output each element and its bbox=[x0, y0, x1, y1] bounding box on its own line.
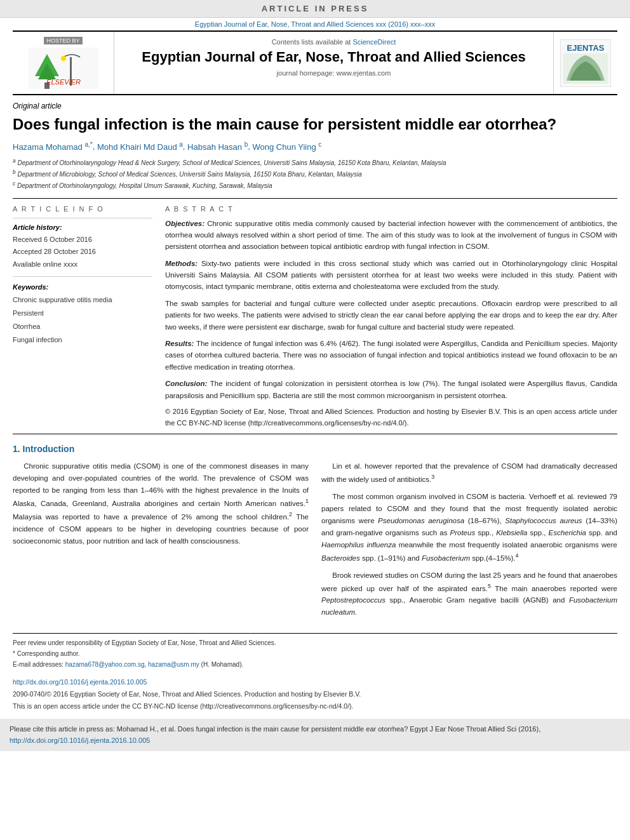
article-info-heading: A R T I C L E I N F O bbox=[13, 205, 152, 213]
svg-point-5 bbox=[61, 56, 66, 61]
issn-line: 2090-0740/© 2016 Egyptian Society of Ear… bbox=[13, 688, 617, 700]
conclusion-label: Conclusion: bbox=[165, 380, 207, 387]
citation-bar: Please cite this article in press as: Mo… bbox=[0, 719, 630, 751]
accepted-date: Accepted 28 October 2016 bbox=[13, 246, 152, 258]
available-online: Available online xxxx bbox=[13, 258, 152, 271]
article-in-press-banner: ARTICLE IN PRESS bbox=[0, 0, 630, 18]
journal-header-right: EJENTAS bbox=[554, 32, 617, 94]
ejentas-logo: EJENTAS bbox=[560, 39, 611, 87]
abstract-heading: A B S T R A C T bbox=[165, 205, 617, 213]
open-access-line: This is an open access article under the… bbox=[13, 700, 617, 712]
objectives-text: Chronic suppurative otitis media commonl… bbox=[165, 220, 617, 251]
methods-label: Methods: bbox=[165, 260, 198, 267]
methods-text: Sixty-two patients were included in this… bbox=[165, 260, 617, 291]
objectives-label: Objectives: bbox=[165, 220, 204, 227]
sciencedirect-link[interactable]: ScienceDirect bbox=[352, 38, 396, 46]
article-type: Original article bbox=[13, 102, 617, 110]
info-divider bbox=[13, 218, 152, 218]
received-date: Received 6 October 2016 bbox=[13, 234, 152, 246]
footer-notes: Peer review under responsibility of Egyp… bbox=[13, 633, 617, 670]
journal-header: HOSTED BY ELSEVIER Contents lists availa… bbox=[13, 30, 617, 95]
author-3: Habsah Hasan b bbox=[187, 142, 248, 152]
intro-paragraph-2: Lin et al. however reported that the pre… bbox=[321, 460, 617, 618]
copyright-text: © 2016 Egyptian Society of Ear, Nose, Th… bbox=[165, 406, 617, 429]
results-text: The incidence of fungal infection was 6.… bbox=[165, 340, 617, 371]
author-2: Mohd Khairi Md Daud a bbox=[97, 142, 183, 152]
article-info-column: A R T I C L E I N F O Article history: R… bbox=[13, 205, 152, 429]
bottom-doi-bar: http://dx.doi.org/10.1016/j.ejenta.2016.… bbox=[13, 676, 617, 712]
doi-line: Egyptian Journal of Ear, Nose, Throat an… bbox=[0, 18, 630, 30]
author-4: Wong Chun Yiing c bbox=[252, 142, 321, 152]
keyword-1: Chronic suppurative otitis media bbox=[13, 293, 152, 307]
keywords-divider bbox=[13, 276, 152, 277]
authors-line: Hazama Mohamad a,*, Mohd Khairi Md Daud … bbox=[13, 140, 617, 151]
email-line: E-mail addresses: hazama678@yahoo.com.sg… bbox=[13, 659, 617, 670]
doi-link-line[interactable]: http://dx.doi.org/10.1016/j.ejenta.2016.… bbox=[13, 676, 617, 688]
svg-text:EJENTAS: EJENTAS bbox=[567, 43, 605, 53]
journal-title: Egyptian Journal of Ear, Nose, Throat an… bbox=[127, 48, 540, 67]
affiliation-a: a Department of Otorhinolaryngology Head… bbox=[13, 157, 617, 168]
abstract-column: A B S T R A C T Objectives: Chronic supp… bbox=[165, 205, 617, 429]
article-history-label: Article history: bbox=[13, 223, 152, 231]
results-label: Results: bbox=[165, 340, 194, 347]
introduction-title: 1. Introduction bbox=[13, 444, 617, 454]
keyword-2: Persistent bbox=[13, 307, 152, 320]
svg-text:ELSEVIER: ELSEVIER bbox=[46, 78, 81, 86]
keyword-4: Fungal infection bbox=[13, 333, 152, 347]
banner-text: ARTICLE IN PRESS bbox=[262, 4, 369, 13]
affiliations: a Department of Otorhinolaryngology Head… bbox=[13, 157, 617, 192]
corresponding-note: * Corresponding author. bbox=[13, 648, 617, 659]
introduction-body: Chronic suppurative otitis media (CSOM) … bbox=[13, 460, 617, 623]
article-title: Does fungal infection is the main cause … bbox=[13, 114, 617, 134]
hosted-by-label: HOSTED BY bbox=[44, 37, 82, 44]
intro-left-col: Chronic suppurative otitis media (CSOM) … bbox=[13, 460, 309, 623]
section-divider-2 bbox=[13, 434, 617, 434]
section-divider-1 bbox=[13, 198, 617, 199]
affiliation-b: b Department of Microbiology, School of … bbox=[13, 168, 617, 180]
introduction-section: 1. Introduction Chronic suppurative otit… bbox=[13, 444, 617, 623]
elsevier-logo: ELSEVIER bbox=[29, 48, 98, 89]
peer-review-note: Peer review under responsibility of Egyp… bbox=[13, 637, 617, 648]
main-content: Original article Does fungal infection i… bbox=[13, 95, 617, 712]
journal-homepage: journal homepage: www.ejentas.com bbox=[127, 69, 540, 77]
journal-header-center: Contents lists available at ScienceDirec… bbox=[114, 32, 554, 94]
keywords-label: Keywords: bbox=[13, 283, 152, 291]
conclusion-text: The incident of fungal colonization in p… bbox=[165, 380, 617, 399]
author-1: Hazama Mohamad a,* bbox=[13, 142, 93, 152]
abstract-text: Objectives: Chronic suppurative otitis m… bbox=[165, 218, 617, 429]
info-abstract-section: A R T I C L E I N F O Article history: R… bbox=[13, 205, 617, 429]
citation-doi-link[interactable]: http://dx.doi.org/10.1016/j.ejenta.2016.… bbox=[10, 737, 150, 744]
journal-header-left: HOSTED BY ELSEVIER bbox=[13, 32, 114, 94]
email-2[interactable]: hazama@usm.my bbox=[148, 661, 199, 668]
intro-right-col: Lin et al. however reported that the pre… bbox=[321, 460, 617, 623]
affiliation-c: c Department of Otorhinolaryngology, Hos… bbox=[13, 180, 617, 191]
intro-paragraph-1: Chronic suppurative otitis media (CSOM) … bbox=[13, 460, 309, 547]
keyword-3: Otorrhea bbox=[13, 320, 152, 333]
methods-text-2: The swab samples for bacterial and funga… bbox=[165, 300, 617, 331]
email-1[interactable]: hazama678@yahoo.com.sg bbox=[65, 661, 145, 668]
